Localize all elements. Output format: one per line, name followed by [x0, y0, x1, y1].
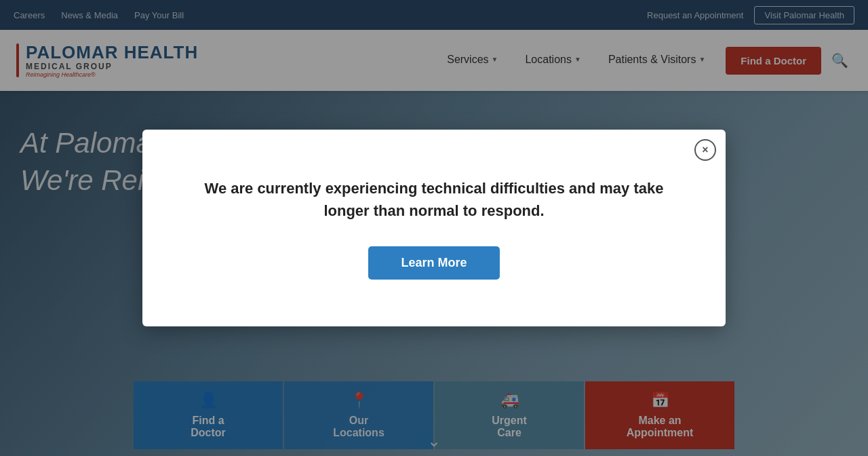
modal-overlay: × We are currently experiencing technica… — [0, 0, 868, 456]
modal-dialog: × We are currently experiencing technica… — [142, 130, 726, 326]
modal-close-button[interactable]: × — [694, 139, 716, 161]
modal-message: We are currently experiencing technical … — [183, 177, 685, 222]
learn-more-button[interactable]: Learn More — [368, 246, 499, 280]
